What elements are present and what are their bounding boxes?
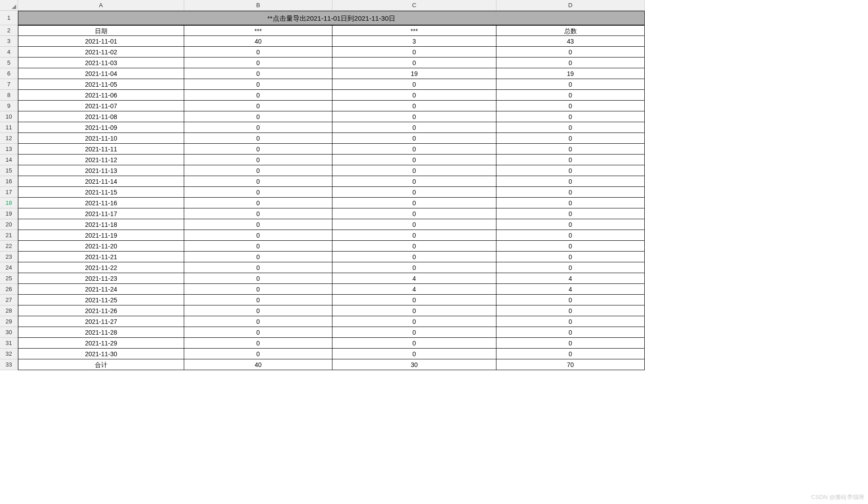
cell-a-29[interactable]: 2021-11-27 xyxy=(18,316,184,327)
cell-d-25[interactable]: 4 xyxy=(496,273,645,284)
cell-c-4[interactable]: 0 xyxy=(332,47,496,57)
row-header-5[interactable]: 5 xyxy=(0,57,18,68)
cell-b-7[interactable]: 0 xyxy=(184,79,332,90)
cell-d-6[interactable]: 19 xyxy=(496,68,645,79)
cell-c-18[interactable]: 0 xyxy=(332,198,496,208)
cell-a-19[interactable]: 2021-11-17 xyxy=(18,208,184,219)
cell-d-4[interactable]: 0 xyxy=(496,47,645,57)
cell-d-10[interactable]: 0 xyxy=(496,111,645,122)
cell-a-4[interactable]: 2021-11-02 xyxy=(18,47,184,57)
cell-a-30[interactable]: 2021-11-28 xyxy=(18,327,184,338)
cell-a-27[interactable]: 2021-11-25 xyxy=(18,295,184,305)
data-header-date[interactable]: 日期 xyxy=(18,25,184,36)
cell-c-11[interactable]: 0 xyxy=(332,122,496,133)
column-header-a[interactable]: A xyxy=(18,0,184,11)
row-header-10[interactable]: 10 xyxy=(0,111,18,122)
cell-c-21[interactable]: 0 xyxy=(332,230,496,241)
cell-b-21[interactable]: 0 xyxy=(184,230,332,241)
row-header-28[interactable]: 28 xyxy=(0,305,18,316)
cell-b-22[interactable]: 0 xyxy=(184,241,332,252)
row-header-7[interactable]: 7 xyxy=(0,79,18,90)
cell-a-24[interactable]: 2021-11-22 xyxy=(18,262,184,273)
cell-d-13[interactable]: 0 xyxy=(496,144,645,155)
cell-d-18[interactable]: 0 xyxy=(496,198,645,208)
cell-b-3[interactable]: 40 xyxy=(184,36,332,47)
cell-a-13[interactable]: 2021-11-11 xyxy=(18,144,184,155)
cell-c-29[interactable]: 0 xyxy=(332,316,496,327)
cell-c-26[interactable]: 4 xyxy=(332,284,496,295)
cell-c-7[interactable]: 0 xyxy=(332,79,496,90)
cell-d-11[interactable]: 0 xyxy=(496,122,645,133)
row-header-24[interactable]: 24 xyxy=(0,262,18,273)
cell-c-24[interactable]: 0 xyxy=(332,262,496,273)
cell-a-6[interactable]: 2021-11-04 xyxy=(18,68,184,79)
cell-d-24[interactable]: 0 xyxy=(496,262,645,273)
row-header-22[interactable]: 22 xyxy=(0,241,18,252)
row-header-16[interactable]: 16 xyxy=(0,176,18,187)
cell-c-8[interactable]: 0 xyxy=(332,90,496,101)
row-header-19[interactable]: 19 xyxy=(0,208,18,219)
row-header-25[interactable]: 25 xyxy=(0,273,18,284)
cell-b-16[interactable]: 0 xyxy=(184,176,332,187)
data-header-total[interactable]: 总数 xyxy=(496,25,645,36)
cell-b-30[interactable]: 0 xyxy=(184,327,332,338)
cell-a-8[interactable]: 2021-11-06 xyxy=(18,90,184,101)
cell-b-20[interactable]: 0 xyxy=(184,219,332,230)
cell-b-11[interactable]: 0 xyxy=(184,122,332,133)
row-header-14[interactable]: 14 xyxy=(0,155,18,165)
row-header-33[interactable]: 33 xyxy=(0,359,18,370)
cell-a-31[interactable]: 2021-11-29 xyxy=(18,338,184,349)
cell-d-16[interactable]: 0 xyxy=(496,176,645,187)
cell-b-8[interactable]: 0 xyxy=(184,90,332,101)
cell-d-31[interactable]: 0 xyxy=(496,338,645,349)
cell-c-14[interactable]: 0 xyxy=(332,155,496,165)
cell-c-23[interactable]: 0 xyxy=(332,252,496,262)
cell-a-25[interactable]: 2021-11-23 xyxy=(18,273,184,284)
row-header-30[interactable]: 30 xyxy=(0,327,18,338)
cell-d-33[interactable]: 70 xyxy=(496,359,645,370)
cell-a-23[interactable]: 2021-11-21 xyxy=(18,252,184,262)
cell-d-15[interactable]: 0 xyxy=(496,165,645,176)
row-header-32[interactable]: 32 xyxy=(0,349,18,359)
cell-c-17[interactable]: 0 xyxy=(332,187,496,198)
data-header-col-c[interactable]: *** xyxy=(332,25,496,36)
cell-a-26[interactable]: 2021-11-24 xyxy=(18,284,184,295)
cell-b-4[interactable]: 0 xyxy=(184,47,332,57)
cell-d-27[interactable]: 0 xyxy=(496,295,645,305)
cell-a-7[interactable]: 2021-11-05 xyxy=(18,79,184,90)
cell-b-15[interactable]: 0 xyxy=(184,165,332,176)
cell-d-5[interactable]: 0 xyxy=(496,57,645,68)
row-header-26[interactable]: 26 xyxy=(0,284,18,295)
row-header-18[interactable]: 18 xyxy=(0,198,18,208)
cell-c-27[interactable]: 0 xyxy=(332,295,496,305)
cell-b-18[interactable]: 0 xyxy=(184,198,332,208)
cell-c-33[interactable]: 30 xyxy=(332,359,496,370)
cell-c-9[interactable]: 0 xyxy=(332,101,496,111)
cell-b-10[interactable]: 0 xyxy=(184,111,332,122)
cell-c-32[interactable]: 0 xyxy=(332,349,496,359)
cell-d-26[interactable]: 4 xyxy=(496,284,645,295)
row-header-29[interactable]: 29 xyxy=(0,316,18,327)
row-header-31[interactable]: 31 xyxy=(0,338,18,349)
cell-d-23[interactable]: 0 xyxy=(496,252,645,262)
cell-b-33[interactable]: 40 xyxy=(184,359,332,370)
data-header-col-b[interactable]: *** xyxy=(184,25,332,36)
row-header-12[interactable]: 12 xyxy=(0,133,18,144)
cell-a-9[interactable]: 2021-11-07 xyxy=(18,101,184,111)
cell-a-21[interactable]: 2021-11-19 xyxy=(18,230,184,241)
row-header-17[interactable]: 17 xyxy=(0,187,18,198)
cell-c-13[interactable]: 0 xyxy=(332,144,496,155)
row-header-8[interactable]: 8 xyxy=(0,90,18,101)
cell-c-12[interactable]: 0 xyxy=(332,133,496,144)
cell-a-20[interactable]: 2021-11-18 xyxy=(18,219,184,230)
cell-d-12[interactable]: 0 xyxy=(496,133,645,144)
cell-d-32[interactable]: 0 xyxy=(496,349,645,359)
cell-b-26[interactable]: 0 xyxy=(184,284,332,295)
row-header-15[interactable]: 15 xyxy=(0,165,18,176)
cell-c-10[interactable]: 0 xyxy=(332,111,496,122)
cell-d-3[interactable]: 43 xyxy=(496,36,645,47)
cell-a-16[interactable]: 2021-11-14 xyxy=(18,176,184,187)
row-header-23[interactable]: 23 xyxy=(0,252,18,262)
cell-b-5[interactable]: 0 xyxy=(184,57,332,68)
cell-c-25[interactable]: 4 xyxy=(332,273,496,284)
